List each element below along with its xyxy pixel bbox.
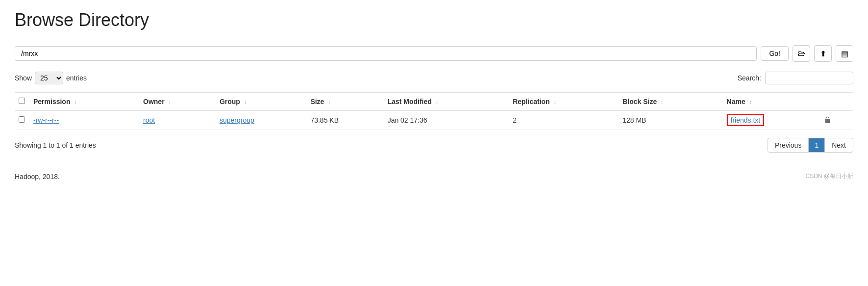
row-replication: 2 bbox=[509, 111, 619, 130]
footer-left-text: Hadoop, 2018. bbox=[15, 173, 60, 181]
current-page-number[interactable]: 1 bbox=[809, 138, 824, 153]
next-button[interactable]: Next bbox=[824, 138, 853, 153]
col-replication[interactable]: Replication ↕ bbox=[509, 93, 619, 111]
show-entries: Show 10 25 50 100 entries bbox=[15, 72, 87, 84]
permission-link[interactable]: -rw-r--r-- bbox=[33, 116, 59, 124]
footer: Hadoop, 2018. CSDN @每日小新 bbox=[15, 172, 853, 181]
sort-owner-icon: ↕ bbox=[169, 99, 172, 105]
row-permission: -rw-r--r-- bbox=[29, 111, 139, 130]
show-label: Show bbox=[15, 74, 32, 82]
file-table: Permission ↕ Owner ↕ Group ↕ Size ↕ Last… bbox=[15, 92, 853, 130]
sort-replication-icon: ↕ bbox=[554, 99, 557, 105]
go-button[interactable]: Go! bbox=[761, 46, 789, 61]
pagination-info: Showing 1 to 1 of 1 entries bbox=[15, 141, 96, 149]
file-link[interactable]: friends.txt bbox=[727, 114, 765, 126]
row-block-size: 128 MB bbox=[619, 111, 722, 130]
row-checkbox-cell bbox=[15, 111, 29, 130]
entries-label: entries bbox=[66, 74, 87, 82]
entries-select[interactable]: 10 25 50 100 bbox=[35, 72, 63, 84]
pagination-buttons: Previous 1 Next bbox=[768, 138, 853, 153]
row-checkbox[interactable] bbox=[19, 116, 25, 123]
row-owner: root bbox=[139, 111, 216, 130]
controls-row: Show 10 25 50 100 entries Search: bbox=[15, 72, 853, 84]
delete-icon[interactable]: 🗑 bbox=[824, 116, 832, 124]
owner-link[interactable]: root bbox=[143, 116, 155, 124]
pagination-area: Showing 1 to 1 of 1 entries Previous 1 N… bbox=[15, 138, 853, 153]
row-group: supergroup bbox=[216, 111, 306, 130]
folder-button[interactable]: 🗁 bbox=[793, 45, 810, 62]
group-link[interactable]: supergroup bbox=[220, 116, 254, 124]
col-permission[interactable]: Permission ↕ bbox=[29, 93, 139, 111]
col-actions bbox=[820, 93, 853, 111]
folder-icon: 🗁 bbox=[797, 49, 805, 58]
search-input[interactable] bbox=[765, 72, 853, 84]
sort-permission-icon: ↕ bbox=[74, 99, 77, 105]
path-input[interactable] bbox=[15, 46, 757, 61]
path-bar: Go! 🗁 ⬆ ▤ bbox=[15, 45, 853, 62]
previous-button[interactable]: Previous bbox=[768, 138, 809, 153]
row-size: 73.85 KB bbox=[306, 111, 383, 130]
col-name[interactable]: Name ↕ bbox=[723, 93, 820, 111]
col-owner[interactable]: Owner ↕ bbox=[139, 93, 216, 111]
col-block-size[interactable]: Block Size ↕ bbox=[619, 93, 722, 111]
list-icon: ▤ bbox=[841, 49, 848, 58]
col-last-modified[interactable]: Last Modified ↕ bbox=[384, 93, 509, 111]
upload-icon: ⬆ bbox=[820, 49, 826, 58]
col-group[interactable]: Group ↕ bbox=[216, 93, 306, 111]
select-all-checkbox[interactable] bbox=[19, 98, 25, 104]
table-row: -rw-r--r-- root supergroup 73.85 KB Jan … bbox=[15, 111, 853, 130]
sort-lastmod-icon: ↕ bbox=[436, 99, 439, 105]
sort-name-icon: ↕ bbox=[749, 99, 752, 105]
upload-button[interactable]: ⬆ bbox=[814, 45, 832, 62]
col-size[interactable]: Size ↕ bbox=[306, 93, 383, 111]
row-delete: 🗑 bbox=[820, 111, 853, 130]
search-label: Search: bbox=[738, 74, 761, 82]
row-name: friends.txt bbox=[723, 111, 820, 130]
col-checkbox bbox=[15, 93, 29, 111]
table-header-row: Permission ↕ Owner ↕ Group ↕ Size ↕ Last… bbox=[15, 93, 853, 111]
page-title: Browse Directory bbox=[15, 10, 853, 30]
footer-right-text: CSDN @每日小新 bbox=[805, 172, 853, 181]
list-view-button[interactable]: ▤ bbox=[836, 45, 853, 62]
sort-size-icon: ↕ bbox=[328, 99, 331, 105]
sort-group-icon: ↕ bbox=[244, 99, 247, 105]
sort-blocksize-icon: ↕ bbox=[661, 99, 664, 105]
row-last-modified: Jan 02 17:36 bbox=[384, 111, 509, 130]
search-box: Search: bbox=[738, 72, 853, 84]
